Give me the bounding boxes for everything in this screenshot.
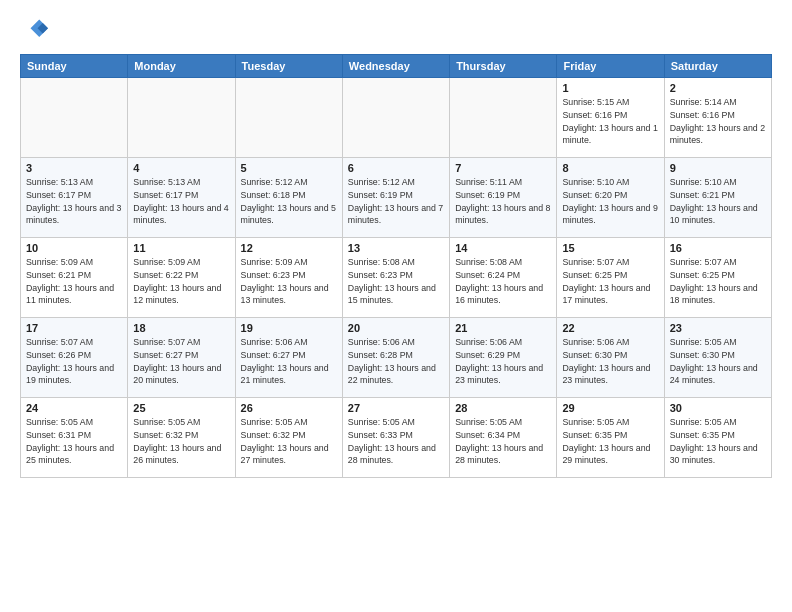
- calendar-cell: 27Sunrise: 5:05 AM Sunset: 6:33 PM Dayli…: [342, 398, 449, 478]
- day-number: 23: [670, 322, 766, 334]
- day-info: Sunrise: 5:05 AM Sunset: 6:32 PM Dayligh…: [133, 416, 229, 467]
- day-info: Sunrise: 5:13 AM Sunset: 6:17 PM Dayligh…: [133, 176, 229, 227]
- calendar-week-3: 10Sunrise: 5:09 AM Sunset: 6:21 PM Dayli…: [21, 238, 772, 318]
- day-number: 22: [562, 322, 658, 334]
- day-info: Sunrise: 5:06 AM Sunset: 6:28 PM Dayligh…: [348, 336, 444, 387]
- day-info: Sunrise: 5:13 AM Sunset: 6:17 PM Dayligh…: [26, 176, 122, 227]
- day-number: 21: [455, 322, 551, 334]
- calendar-cell: 10Sunrise: 5:09 AM Sunset: 6:21 PM Dayli…: [21, 238, 128, 318]
- calendar-cell: 7Sunrise: 5:11 AM Sunset: 6:19 PM Daylig…: [450, 158, 557, 238]
- calendar-header-monday: Monday: [128, 55, 235, 78]
- calendar-cell: 18Sunrise: 5:07 AM Sunset: 6:27 PM Dayli…: [128, 318, 235, 398]
- calendar-cell: 2Sunrise: 5:14 AM Sunset: 6:16 PM Daylig…: [664, 78, 771, 158]
- day-info: Sunrise: 5:09 AM Sunset: 6:22 PM Dayligh…: [133, 256, 229, 307]
- day-number: 26: [241, 402, 337, 414]
- calendar-cell: [21, 78, 128, 158]
- day-info: Sunrise: 5:12 AM Sunset: 6:19 PM Dayligh…: [348, 176, 444, 227]
- day-info: Sunrise: 5:09 AM Sunset: 6:23 PM Dayligh…: [241, 256, 337, 307]
- day-info: Sunrise: 5:06 AM Sunset: 6:30 PM Dayligh…: [562, 336, 658, 387]
- calendar-cell: 17Sunrise: 5:07 AM Sunset: 6:26 PM Dayli…: [21, 318, 128, 398]
- day-info: Sunrise: 5:05 AM Sunset: 6:33 PM Dayligh…: [348, 416, 444, 467]
- calendar-cell: 9Sunrise: 5:10 AM Sunset: 6:21 PM Daylig…: [664, 158, 771, 238]
- day-number: 13: [348, 242, 444, 254]
- day-info: Sunrise: 5:15 AM Sunset: 6:16 PM Dayligh…: [562, 96, 658, 147]
- calendar-cell: 6Sunrise: 5:12 AM Sunset: 6:19 PM Daylig…: [342, 158, 449, 238]
- day-info: Sunrise: 5:07 AM Sunset: 6:26 PM Dayligh…: [26, 336, 122, 387]
- calendar-header-tuesday: Tuesday: [235, 55, 342, 78]
- day-number: 29: [562, 402, 658, 414]
- day-number: 15: [562, 242, 658, 254]
- calendar-cell: [342, 78, 449, 158]
- page: SundayMondayTuesdayWednesdayThursdayFrid…: [0, 0, 792, 612]
- day-info: Sunrise: 5:08 AM Sunset: 6:23 PM Dayligh…: [348, 256, 444, 307]
- calendar-cell: 4Sunrise: 5:13 AM Sunset: 6:17 PM Daylig…: [128, 158, 235, 238]
- calendar-cell: 29Sunrise: 5:05 AM Sunset: 6:35 PM Dayli…: [557, 398, 664, 478]
- day-number: 30: [670, 402, 766, 414]
- day-number: 2: [670, 82, 766, 94]
- calendar-cell: 26Sunrise: 5:05 AM Sunset: 6:32 PM Dayli…: [235, 398, 342, 478]
- day-info: Sunrise: 5:06 AM Sunset: 6:27 PM Dayligh…: [241, 336, 337, 387]
- calendar-cell: 1Sunrise: 5:15 AM Sunset: 6:16 PM Daylig…: [557, 78, 664, 158]
- calendar-cell: 19Sunrise: 5:06 AM Sunset: 6:27 PM Dayli…: [235, 318, 342, 398]
- calendar-cell: 22Sunrise: 5:06 AM Sunset: 6:30 PM Dayli…: [557, 318, 664, 398]
- calendar-cell: 5Sunrise: 5:12 AM Sunset: 6:18 PM Daylig…: [235, 158, 342, 238]
- day-info: Sunrise: 5:10 AM Sunset: 6:20 PM Dayligh…: [562, 176, 658, 227]
- day-info: Sunrise: 5:14 AM Sunset: 6:16 PM Dayligh…: [670, 96, 766, 147]
- calendar-cell: 25Sunrise: 5:05 AM Sunset: 6:32 PM Dayli…: [128, 398, 235, 478]
- calendar-cell: 15Sunrise: 5:07 AM Sunset: 6:25 PM Dayli…: [557, 238, 664, 318]
- calendar-week-5: 24Sunrise: 5:05 AM Sunset: 6:31 PM Dayli…: [21, 398, 772, 478]
- day-number: 9: [670, 162, 766, 174]
- calendar-cell: 8Sunrise: 5:10 AM Sunset: 6:20 PM Daylig…: [557, 158, 664, 238]
- calendar-week-2: 3Sunrise: 5:13 AM Sunset: 6:17 PM Daylig…: [21, 158, 772, 238]
- calendar-cell: 13Sunrise: 5:08 AM Sunset: 6:23 PM Dayli…: [342, 238, 449, 318]
- day-number: 6: [348, 162, 444, 174]
- day-number: 11: [133, 242, 229, 254]
- calendar-cell: 12Sunrise: 5:09 AM Sunset: 6:23 PM Dayli…: [235, 238, 342, 318]
- day-info: Sunrise: 5:07 AM Sunset: 6:27 PM Dayligh…: [133, 336, 229, 387]
- calendar-cell: 24Sunrise: 5:05 AM Sunset: 6:31 PM Dayli…: [21, 398, 128, 478]
- day-info: Sunrise: 5:07 AM Sunset: 6:25 PM Dayligh…: [562, 256, 658, 307]
- day-info: Sunrise: 5:05 AM Sunset: 6:30 PM Dayligh…: [670, 336, 766, 387]
- day-number: 25: [133, 402, 229, 414]
- day-info: Sunrise: 5:11 AM Sunset: 6:19 PM Dayligh…: [455, 176, 551, 227]
- calendar-cell: 20Sunrise: 5:06 AM Sunset: 6:28 PM Dayli…: [342, 318, 449, 398]
- calendar-table: SundayMondayTuesdayWednesdayThursdayFrid…: [20, 54, 772, 478]
- calendar-cell: 28Sunrise: 5:05 AM Sunset: 6:34 PM Dayli…: [450, 398, 557, 478]
- calendar-cell: 23Sunrise: 5:05 AM Sunset: 6:30 PM Dayli…: [664, 318, 771, 398]
- day-number: 19: [241, 322, 337, 334]
- day-number: 3: [26, 162, 122, 174]
- day-number: 28: [455, 402, 551, 414]
- logo-icon: [20, 16, 48, 44]
- day-number: 27: [348, 402, 444, 414]
- calendar-header-saturday: Saturday: [664, 55, 771, 78]
- day-info: Sunrise: 5:05 AM Sunset: 6:35 PM Dayligh…: [562, 416, 658, 467]
- day-number: 17: [26, 322, 122, 334]
- day-info: Sunrise: 5:07 AM Sunset: 6:25 PM Dayligh…: [670, 256, 766, 307]
- logo: [20, 16, 52, 44]
- calendar-header-wednesday: Wednesday: [342, 55, 449, 78]
- day-number: 8: [562, 162, 658, 174]
- day-number: 5: [241, 162, 337, 174]
- day-info: Sunrise: 5:12 AM Sunset: 6:18 PM Dayligh…: [241, 176, 337, 227]
- calendar-week-4: 17Sunrise: 5:07 AM Sunset: 6:26 PM Dayli…: [21, 318, 772, 398]
- day-info: Sunrise: 5:05 AM Sunset: 6:31 PM Dayligh…: [26, 416, 122, 467]
- calendar-cell: [450, 78, 557, 158]
- day-info: Sunrise: 5:05 AM Sunset: 6:35 PM Dayligh…: [670, 416, 766, 467]
- calendar-week-1: 1Sunrise: 5:15 AM Sunset: 6:16 PM Daylig…: [21, 78, 772, 158]
- day-number: 7: [455, 162, 551, 174]
- calendar-cell: 16Sunrise: 5:07 AM Sunset: 6:25 PM Dayli…: [664, 238, 771, 318]
- calendar-header-row: SundayMondayTuesdayWednesdayThursdayFrid…: [21, 55, 772, 78]
- day-number: 1: [562, 82, 658, 94]
- day-info: Sunrise: 5:08 AM Sunset: 6:24 PM Dayligh…: [455, 256, 551, 307]
- calendar-cell: [128, 78, 235, 158]
- calendar-cell: 30Sunrise: 5:05 AM Sunset: 6:35 PM Dayli…: [664, 398, 771, 478]
- calendar-header-sunday: Sunday: [21, 55, 128, 78]
- day-number: 10: [26, 242, 122, 254]
- day-number: 24: [26, 402, 122, 414]
- day-number: 12: [241, 242, 337, 254]
- calendar-cell: [235, 78, 342, 158]
- calendar-cell: 21Sunrise: 5:06 AM Sunset: 6:29 PM Dayli…: [450, 318, 557, 398]
- calendar-header-thursday: Thursday: [450, 55, 557, 78]
- day-number: 18: [133, 322, 229, 334]
- day-number: 16: [670, 242, 766, 254]
